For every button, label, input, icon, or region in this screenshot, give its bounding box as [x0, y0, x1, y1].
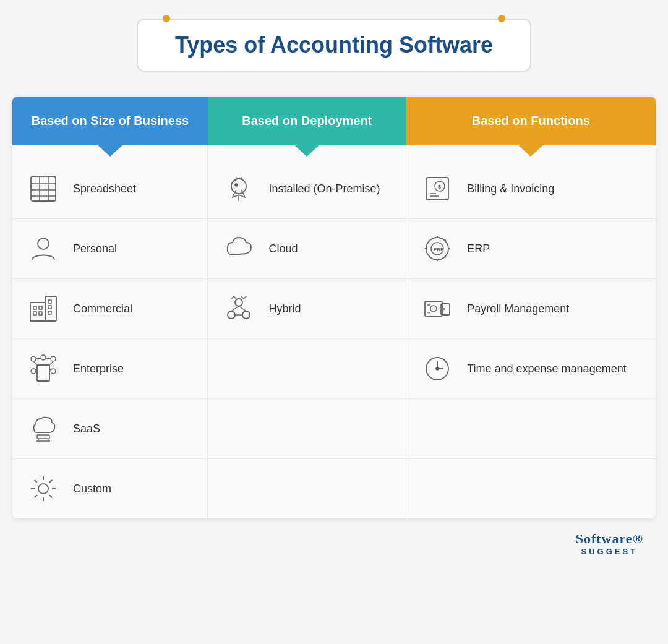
cell-col3-row3: Time and expense management: [406, 339, 656, 399]
cell-content: Time and expense management: [419, 350, 643, 387]
table-row: SpreadsheetInstalled (On-Premise)$Billin…: [12, 159, 656, 219]
svg-point-6: [231, 179, 246, 194]
personal-icon: [25, 230, 62, 267]
item-label: Time and expense management: [467, 363, 626, 376]
cell-content: Installed (On-Premise): [220, 170, 393, 207]
item-label: Commercial: [73, 303, 132, 316]
cell-col2-row2: Hybrid: [208, 279, 406, 339]
cell-col1-row4: SaaS: [12, 399, 208, 459]
cell-col1-row1: Personal: [12, 219, 208, 279]
item-label: Cloud: [268, 243, 298, 255]
payroll-icon: $: [419, 290, 456, 327]
table-row: Custom: [12, 459, 656, 519]
svg-point-59: [38, 484, 48, 494]
watermark-line1: Software®: [576, 531, 643, 547]
item-label: Payroll Management: [467, 303, 569, 316]
billing-icon: $: [419, 170, 456, 207]
svg-rect-25: [48, 306, 51, 309]
custom-icon: [25, 470, 62, 507]
cell-col3-row5: [406, 459, 656, 519]
svg-rect-23: [39, 312, 42, 315]
title-box: Types of Accounting Software: [137, 19, 531, 72]
svg-text:$: $: [443, 307, 445, 312]
cell-col1-row3: Enterprise: [12, 339, 208, 399]
col2-header: Based on Deployment: [208, 97, 406, 145]
cell-content: Spreadsheet: [25, 170, 195, 207]
cell-col2-row4: [208, 399, 406, 459]
svg-point-29: [242, 311, 250, 319]
svg-point-54: [436, 367, 439, 370]
erp-icon: ERP: [419, 230, 456, 267]
svg-text:$: $: [438, 184, 441, 190]
svg-point-34: [430, 306, 437, 312]
svg-line-48: [49, 361, 53, 365]
header-row: Based on Size of Business Based on Deplo…: [12, 97, 656, 145]
svg-line-31: [231, 306, 239, 311]
svg-point-27: [235, 299, 242, 306]
cell-content: Hybrid: [220, 290, 393, 327]
cell-col3-row2: $Payroll Management: [406, 279, 656, 339]
cell-content: $Payroll Management: [419, 290, 643, 327]
item-label: Hybrid: [268, 303, 301, 316]
svg-point-7: [235, 184, 238, 186]
installed-icon: [220, 170, 257, 207]
svg-rect-33: [425, 301, 442, 316]
cell-content: Cloud: [220, 230, 393, 267]
time-icon: [419, 350, 456, 387]
main-table: Based on Size of Business Based on Deplo…: [12, 97, 656, 518]
svg-rect-21: [39, 306, 42, 309]
svg-text:ERP: ERP: [434, 247, 444, 252]
svg-rect-18: [30, 303, 45, 321]
cell-content: Enterprise: [25, 350, 195, 387]
commercial-icon: [25, 290, 62, 327]
svg-rect-55: [37, 435, 49, 439]
cell-col1-row0: Spreadsheet: [12, 159, 208, 219]
enterprise-icon: [25, 350, 62, 387]
svg-rect-22: [33, 312, 36, 315]
table-row: SaaS: [12, 399, 656, 459]
svg-point-42: [51, 356, 56, 361]
svg-rect-0: [31, 176, 56, 201]
table-row: CommercialHybrid$Payroll Management: [12, 279, 656, 339]
saas-icon: [25, 410, 62, 447]
item-label: Billing & Invoicing: [467, 182, 554, 195]
cell-col3-row4: [406, 399, 656, 459]
svg-rect-39: [37, 365, 49, 381]
table-row: EnterpriseTime and expense management: [12, 339, 656, 399]
cloud-icon: [220, 230, 257, 267]
item-label: Enterprise: [73, 363, 124, 376]
spreadsheet-icon: [25, 170, 62, 207]
cell-col1-row5: Custom: [12, 459, 208, 519]
item-label: Spreadsheet: [73, 182, 136, 195]
watermark: Software® SUGGEST: [576, 531, 643, 556]
cell-col2-row5: [208, 459, 406, 519]
col3-header: Based on Functions: [406, 97, 656, 145]
item-label: Installed (On-Premise): [268, 182, 380, 195]
hybrid-icon: [220, 290, 257, 327]
cell-col1-row2: Commercial: [12, 279, 208, 339]
svg-point-41: [41, 355, 46, 360]
cell-content: SaaS: [25, 410, 195, 447]
col1-header: Based on Size of Business: [12, 97, 208, 145]
cell-content: Commercial: [25, 290, 195, 327]
cell-content: Custom: [25, 470, 195, 507]
svg-point-40: [31, 356, 36, 361]
table-row: PersonalCloudERPERP: [12, 219, 656, 279]
item-label: Personal: [73, 243, 117, 255]
svg-rect-26: [48, 311, 51, 314]
watermark-line2: SUGGEST: [576, 547, 643, 556]
svg-rect-20: [33, 306, 36, 309]
svg-line-45: [36, 358, 41, 359]
svg-rect-24: [48, 300, 51, 303]
cell-content: Personal: [25, 230, 195, 267]
cell-content: ERPERP: [419, 230, 643, 267]
cell-content: $Billing & Invoicing: [419, 170, 643, 207]
cell-col2-row1: Cloud: [208, 219, 406, 279]
svg-point-28: [228, 311, 235, 319]
cell-col2-row3: [208, 339, 406, 399]
cell-col3-row1: ERPERP: [406, 219, 656, 279]
item-label: Custom: [73, 483, 111, 496]
page-title: Types of Accounting Software: [175, 32, 493, 58]
svg-line-32: [239, 306, 246, 311]
item-label: SaaS: [73, 423, 100, 436]
